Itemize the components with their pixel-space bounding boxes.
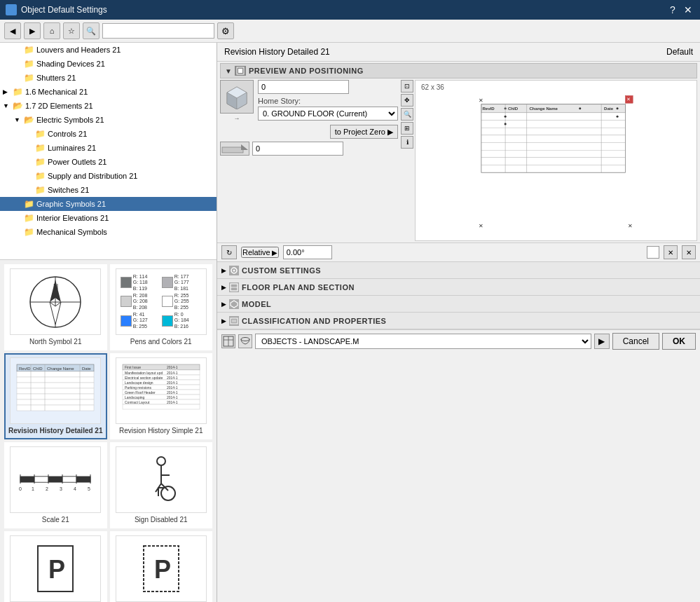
- tree-item-graphic-symbols[interactable]: 📁 Graphic Symbols 21: [0, 197, 217, 211]
- svg-rect-71: [238, 69, 242, 73]
- thumb-scale[interactable]: 0 1 2 3 4 5 Scale 21: [4, 442, 107, 528]
- thumb-revision-simple[interactable]: First Issue 2014-1 Manifestation layout …: [110, 353, 213, 439]
- star-button[interactable]: ☆: [63, 22, 80, 39]
- elevation-input[interactable]: [252, 142, 343, 156]
- home-story-label: Home Story:: [258, 97, 398, 105]
- svg-text:2: 2: [46, 486, 48, 491]
- canvas-tool-grid[interactable]: ⊞: [401, 122, 413, 135]
- preview-number-input[interactable]: [258, 80, 349, 94]
- settings-button[interactable]: ⚙: [217, 22, 234, 39]
- tree-item-power-outlets[interactable]: 📁 Power Outlets 21: [0, 155, 217, 169]
- section-custom-settings[interactable]: ▶ CUSTOM SETTINGS: [217, 262, 700, 279]
- objects-dropdown[interactable]: OBJECTS - LANDSCAPE.M: [255, 334, 591, 349]
- preview-3d-button[interactable]: [220, 80, 254, 114]
- section-classification[interactable]: ▶ CLASSIFICATION AND PROPERTIES: [217, 313, 700, 329]
- rel-checkbox[interactable]: [647, 246, 659, 259]
- to-project-zero-button[interactable]: to Project Zero ▶: [330, 125, 398, 139]
- svg-text:Change Name: Change Name: [47, 367, 74, 371]
- svg-rect-49: [48, 477, 62, 482]
- forward-button[interactable]: ▶: [24, 22, 41, 39]
- thumb-north-symbol[interactable]: N North Symbol 21: [4, 264, 107, 350]
- tree-item-louvers[interactable]: 📁 Louvers and Headers 21: [0, 43, 217, 57]
- objects-arrow-button[interactable]: ▶: [594, 334, 610, 349]
- home-button[interactable]: ⌂: [43, 22, 60, 39]
- svg-text:✕: ✕: [479, 223, 483, 229]
- svg-text:Change Name: Change Name: [529, 106, 558, 111]
- svg-rect-16: [17, 399, 94, 405]
- tree-item-controls[interactable]: 📁 Controls 21: [0, 127, 217, 141]
- ok-button[interactable]: OK: [662, 333, 696, 350]
- tree-item-interior-elevations[interactable]: 📁 Interior Elevations 21: [0, 211, 217, 225]
- thumb-sign-p2[interactable]: P Sign P2 21: [110, 531, 213, 602]
- svg-point-64: [157, 457, 165, 465]
- svg-rect-97: [481, 150, 626, 158]
- svg-rect-99: [481, 165, 626, 173]
- svg-text:2014-1: 2014-1: [167, 381, 178, 385]
- back-button[interactable]: ◀: [4, 22, 21, 39]
- svg-text:ChID: ChID: [508, 106, 519, 111]
- tree-item-electric[interactable]: ▼ 📂 Electric Symbols 21: [0, 113, 217, 127]
- thumbnails-area[interactable]: N North Symbol 21 R: 114G: 118B: 1: [0, 260, 217, 602]
- tree-item-shutters[interactable]: 📁 Shutters 21: [0, 71, 217, 85]
- help-button[interactable]: ?: [666, 4, 679, 16]
- svg-text:2014-1: 2014-1: [167, 395, 178, 399]
- tree-item-shading[interactable]: 📁 Shading Devices 21: [0, 57, 217, 71]
- home-story-select[interactable]: 0. GROUND FLOOR (Current): [258, 107, 398, 121]
- preview-expand-arrow: ▼: [225, 67, 232, 75]
- right-panel-header: Revision History Detailed 21 Default: [217, 43, 700, 62]
- classification-arrow: ▶: [221, 317, 226, 324]
- tree-item-switches[interactable]: 📁 Switches 21: [0, 183, 217, 197]
- thumb-revision-detailed[interactable]: RevID ChID Change Name Date: [4, 353, 107, 439]
- thumb-sign-disabled[interactable]: Sign Disabled 21: [110, 442, 213, 528]
- floor-plan-icon: [229, 282, 239, 292]
- svg-text:P: P: [154, 555, 171, 584]
- canvas-tool-info[interactable]: ℹ: [401, 136, 413, 149]
- preview-arrow-icon: →: [234, 115, 240, 122]
- rel-x-button[interactable]: ✕: [664, 245, 678, 259]
- svg-point-106: [617, 116, 619, 118]
- relative-button[interactable]: Relative ▶: [241, 247, 279, 258]
- content-area: 📁 Louvers and Headers 21 📁 Shading Devic…: [0, 43, 700, 602]
- objects-settings-icon[interactable]: [221, 334, 235, 348]
- preview-section-header[interactable]: ▼ PREVIEW AND POSITIONING: [220, 63, 697, 78]
- rotation-input[interactable]: [283, 245, 332, 259]
- search-icon-button[interactable]: 🔍: [83, 22, 99, 39]
- canvas-tool-resize[interactable]: ⊡: [401, 80, 413, 93]
- tree-item-supply[interactable]: 📁 Supply and Distribution 21: [0, 169, 217, 183]
- close-button[interactable]: ✕: [682, 4, 694, 16]
- tree-item-mechanical[interactable]: ▶ 📁 1.6 Mechanical 21: [0, 85, 217, 99]
- canvas-tool-zoom[interactable]: 🔍: [401, 108, 413, 121]
- thumb-pens-colors[interactable]: R: 114G: 118B: 119 R: 177G: 177B: 181 R:…: [110, 264, 213, 350]
- svg-text:RevID: RevID: [19, 367, 31, 371]
- svg-rect-98: [481, 158, 626, 165]
- thumb-label-north: North Symbol 21: [29, 338, 81, 346]
- svg-point-90: [579, 107, 581, 109]
- app-icon: [6, 4, 17, 15]
- preview-icon: [236, 67, 245, 75]
- svg-text:P: P: [48, 555, 65, 584]
- tree-item-mechanical-symbols[interactable]: 📁 Mechanical Symbols: [0, 225, 217, 239]
- tree-item-2delements[interactable]: ▼ 📂 1.7 2D Elements 21: [0, 99, 217, 113]
- tree-item-luminaires[interactable]: 📁 Luminaires 21: [0, 141, 217, 155]
- relative-row: ↻ Relative ▶ ✕ ✕: [217, 242, 700, 261]
- model-icon: [229, 299, 239, 309]
- thumb-canvas-revision-detailed: RevID ChID Change Name Date: [10, 357, 101, 424]
- section-model[interactable]: ▶ MODEL: [217, 296, 700, 313]
- svg-text:Manifestation layout upd: Manifestation layout upd: [125, 371, 163, 375]
- svg-text:2014-1: 2014-1: [167, 400, 178, 404]
- model-arrow: ▶: [221, 301, 226, 308]
- rotation-icon[interactable]: ↻: [221, 245, 237, 259]
- section-floor-plan[interactable]: ▶ FLOOR PLAN AND SECTION: [217, 279, 700, 296]
- bottom-sections: ▶ CUSTOM SETTINGS ▶ FLOOR PLAN AND SECTI…: [217, 261, 700, 329]
- rel-y-button[interactable]: ✕: [682, 245, 696, 259]
- thumb-label-revision-detailed: Revision History Detailed 21: [8, 427, 103, 435]
- thumbnails-grid: N North Symbol 21 R: 114G: 118B: 1: [4, 264, 212, 602]
- thumb-sign-p1[interactable]: P Sign P 21: [4, 531, 107, 602]
- svg-text:RevID: RevID: [482, 106, 495, 111]
- search-input[interactable]: [102, 23, 214, 39]
- svg-rect-92: [481, 113, 626, 121]
- canvas-tool-pan[interactable]: ✥: [401, 94, 413, 107]
- cancel-button[interactable]: Cancel: [612, 333, 659, 350]
- tree-container[interactable]: 📁 Louvers and Headers 21 📁 Shading Devic…: [0, 43, 217, 260]
- custom-settings-arrow: ▶: [221, 267, 226, 274]
